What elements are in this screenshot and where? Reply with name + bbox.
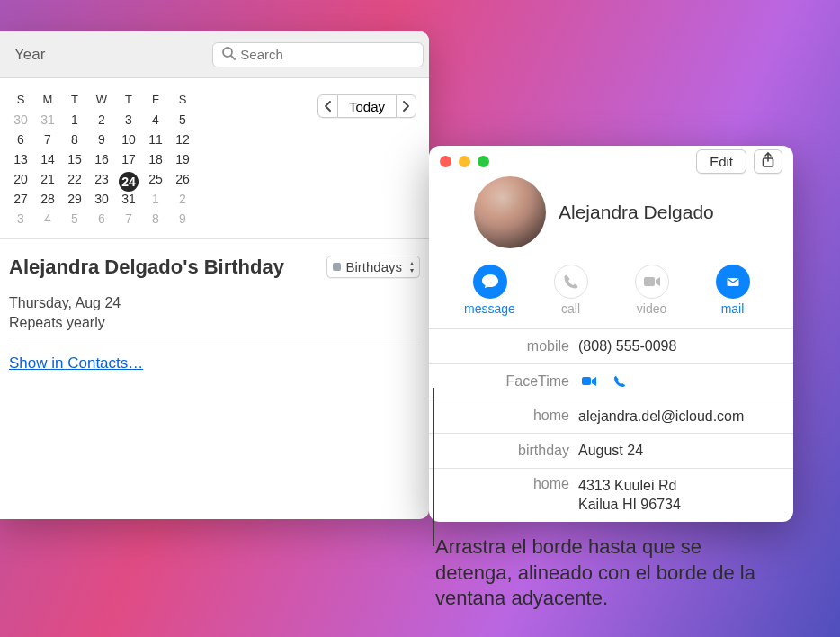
- close-window-button[interactable]: [440, 156, 451, 167]
- mail-icon: [716, 265, 750, 299]
- calendar-toolbar: Year: [0, 31, 429, 78]
- mini-month-cell[interactable]: 22: [61, 172, 88, 192]
- event-repeat: Repeats yearly: [9, 313, 420, 333]
- message-action[interactable]: message: [462, 265, 518, 316]
- show-in-contacts-link[interactable]: Show in Contacts…: [9, 354, 143, 372]
- mini-month-cell[interactable]: 28: [34, 192, 61, 211]
- facetime-label: FaceTime: [443, 373, 569, 390]
- window-controls: [440, 156, 489, 167]
- mail-action[interactable]: mail: [705, 265, 761, 316]
- contacts-window: Edit Alejandra Delgado message call: [429, 146, 793, 522]
- detail-row-mobile: mobile (808) 555-0098: [429, 329, 793, 364]
- mini-month-cell[interactable]: 27: [7, 192, 34, 211]
- event-calendar-select[interactable]: Birthdays ▴▾: [326, 256, 420, 278]
- mini-month-cell[interactable]: 29: [61, 192, 88, 211]
- mini-month-cell[interactable]: 21: [34, 172, 61, 192]
- callout-text: Arrastra el borde hasta que se detenga, …: [435, 534, 777, 612]
- mini-month-cell[interactable]: 11: [142, 132, 169, 152]
- birthday-value: August 24: [578, 441, 779, 461]
- event-title: Alejandra Delgado's Birthday: [9, 256, 284, 279]
- calendar-window: Year SMTWTFS3031123456789101112131415161…: [0, 31, 429, 519]
- today-controls: Today: [317, 94, 416, 231]
- prev-period-button[interactable]: [317, 94, 338, 118]
- search-input[interactable]: [212, 42, 424, 67]
- facetime-video-button[interactable]: [578, 372, 600, 391]
- callout-leader-line: [433, 388, 434, 546]
- mini-month-cell[interactable]: 7: [115, 211, 142, 231]
- mini-month-cell[interactable]: 8: [61, 132, 88, 152]
- mini-month-cell[interactable]: 25: [142, 172, 169, 192]
- mini-month-cell[interactable]: 19: [169, 152, 196, 172]
- edit-button[interactable]: Edit: [696, 149, 746, 174]
- updown-icon: ▴▾: [410, 260, 414, 274]
- share-button[interactable]: [754, 149, 782, 174]
- contact-actions: message call video mail: [429, 259, 793, 328]
- calendar-color-swatch: [333, 263, 341, 271]
- event-calendar-name: Birthdays: [345, 259, 402, 274]
- mini-month-cell[interactable]: 12: [169, 132, 196, 152]
- video-action[interactable]: video: [624, 265, 680, 316]
- mini-month-cell[interactable]: 3: [7, 211, 34, 231]
- mini-month-cell[interactable]: 4: [142, 112, 169, 132]
- search-field-wrap: [212, 42, 424, 67]
- mini-month-cell[interactable]: 30: [88, 192, 115, 211]
- avatar[interactable]: [474, 176, 546, 248]
- mini-month-cell[interactable]: 1: [61, 112, 88, 132]
- mini-month-cell[interactable]: 7: [34, 132, 61, 152]
- home-address-label: home: [443, 476, 569, 492]
- birthday-label: birthday: [443, 443, 569, 459]
- home-email-value[interactable]: alejandra.del@icloud.com: [578, 407, 779, 426]
- mini-month[interactable]: SMTWTFS303112345678910111213141516171819…: [7, 93, 223, 231]
- mini-month-cell[interactable]: 10: [115, 132, 142, 152]
- svg-rect-3: [644, 277, 655, 286]
- mini-month-cell[interactable]: 20: [7, 172, 34, 192]
- mini-month-dow: S: [7, 93, 34, 112]
- event-detail-area: Alejandra Delgado's Birthday Birthdays ▴…: [0, 238, 429, 381]
- mini-month-cell[interactable]: 26: [169, 172, 196, 192]
- calendar-year-view-label[interactable]: Year: [9, 46, 50, 64]
- mini-month-cell[interactable]: 9: [88, 132, 115, 152]
- mini-month-cell[interactable]: 9: [169, 211, 196, 231]
- home-address-value[interactable]: 4313 Kuulei Rd Kailua HI 96734: [578, 476, 779, 515]
- mini-month-cell[interactable]: 15: [61, 152, 88, 172]
- mini-month-cell[interactable]: 6: [88, 211, 115, 231]
- mini-month-cell[interactable]: 5: [61, 211, 88, 231]
- phone-icon: [554, 265, 588, 299]
- mini-month-cell[interactable]: 31: [34, 112, 61, 132]
- message-label: message: [464, 301, 515, 316]
- mini-month-cell[interactable]: 24: [115, 172, 142, 192]
- mini-month-cell[interactable]: 30: [7, 112, 34, 132]
- mini-month-cell[interactable]: 31: [115, 192, 142, 211]
- minimize-window-button[interactable]: [459, 156, 470, 167]
- mini-month-cell[interactable]: 23: [88, 172, 115, 192]
- mini-month-cell[interactable]: 14: [34, 152, 61, 172]
- detail-row-home-address: home 4313 Kuulei Rd Kailua HI 96734: [429, 469, 793, 522]
- mini-month-dow: S: [169, 93, 196, 112]
- mini-month-cell[interactable]: 2: [169, 192, 196, 211]
- today-button[interactable]: Today: [338, 94, 396, 118]
- facetime-audio-button[interactable]: [609, 372, 630, 391]
- contact-details: mobile (808) 555-0098 FaceTime home alej…: [429, 328, 793, 522]
- mini-month-cell[interactable]: 6: [7, 132, 34, 152]
- call-label: call: [561, 301, 580, 316]
- detail-row-facetime: FaceTime: [429, 364, 793, 399]
- mini-month-cell[interactable]: 13: [7, 152, 34, 172]
- mini-month-cell[interactable]: 5: [169, 112, 196, 132]
- zoom-window-button[interactable]: [478, 156, 489, 167]
- mini-month-cell[interactable]: 2: [88, 112, 115, 132]
- detail-row-birthday: birthday August 24: [429, 434, 793, 469]
- mini-month-dow: F: [142, 93, 169, 112]
- mini-month-cell[interactable]: 17: [115, 152, 142, 172]
- mini-month-dow: M: [34, 93, 61, 112]
- mini-month-cell[interactable]: 1: [142, 192, 169, 211]
- mobile-value[interactable]: (808) 555-0098: [578, 336, 779, 356]
- share-icon: [761, 152, 775, 171]
- mini-month-cell[interactable]: 18: [142, 152, 169, 172]
- next-period-button[interactable]: [396, 94, 416, 118]
- event-date: Thursday, Aug 24: [9, 293, 420, 313]
- mini-month-cell[interactable]: 16: [88, 152, 115, 172]
- mini-month-cell[interactable]: 4: [34, 211, 61, 231]
- mini-month-cell[interactable]: 3: [115, 112, 142, 132]
- call-action[interactable]: call: [543, 265, 599, 316]
- mini-month-cell[interactable]: 8: [142, 211, 169, 231]
